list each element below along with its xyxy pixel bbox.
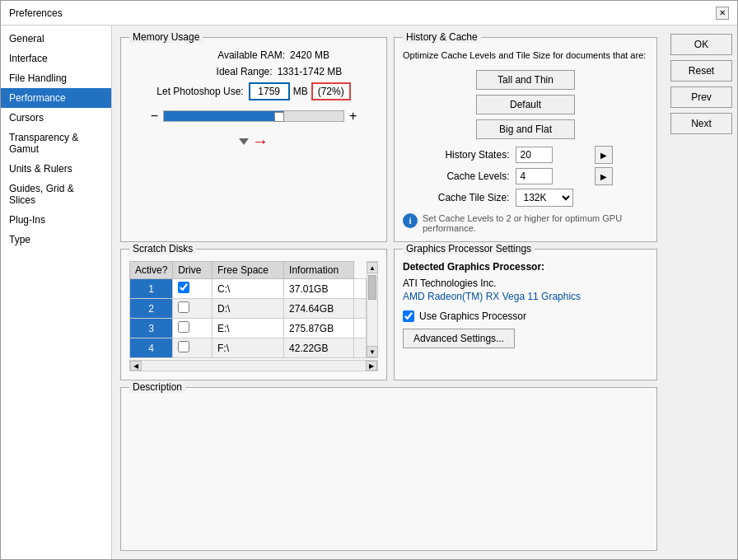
scratch-hscrollbar[interactable]: ◀ ▶	[129, 360, 378, 371]
info-2	[353, 299, 366, 319]
slider-triangle	[239, 138, 249, 145]
gpu-manufacturer: ATI Technologies Inc.	[403, 278, 648, 289]
col-header-drive: Drive	[173, 262, 213, 279]
info-3	[353, 319, 366, 338]
active-checkbox-1[interactable]	[178, 282, 189, 293]
percent-display: (72%)	[311, 82, 351, 100]
scroll-thumb[interactable]	[368, 275, 376, 300]
sidebar-item-interface[interactable]: Interface	[1, 49, 111, 68]
sidebar-item-units-rulers[interactable]: Units & Rulers	[1, 159, 111, 179]
drive-2: D:\	[212, 299, 283, 319]
description-panel: Description	[120, 387, 657, 551]
sidebar-item-plug-ins[interactable]: Plug-Ins	[1, 210, 111, 230]
cache-levels-label: Cache Levels:	[403, 170, 509, 182]
action-buttons: OK Reset Prev Next	[666, 26, 737, 559]
close-button[interactable]: ✕	[716, 7, 729, 20]
active-checkbox-2[interactable]	[178, 301, 189, 313]
let-use-row: Let Photoshop Use: MB (72%)	[129, 82, 378, 100]
use-gpu-label: Use Graphics Processor	[419, 310, 526, 322]
reset-button[interactable]: Reset	[670, 60, 732, 82]
default-button[interactable]: Default	[476, 95, 575, 114]
sidebar-item-file-handling[interactable]: File Handling	[1, 68, 111, 88]
drive-3: E:\	[212, 319, 283, 338]
memory-panel: Memory Usage Available RAM: 2420 MB Idea…	[120, 37, 387, 242]
free-space-2: 274.64GB	[284, 299, 354, 319]
big-flat-button[interactable]: Big and Flat	[476, 119, 575, 139]
active-check-4[interactable]	[173, 338, 213, 358]
history-states-dropdown[interactable]: ▶	[595, 146, 613, 164]
window-title: Preferences	[9, 7, 63, 19]
cache-tile-select[interactable]: 128K 132K 256K 512K 1024K	[516, 189, 573, 207]
active-checkbox-3[interactable]	[178, 321, 189, 333]
table-row: 1 C:\ 37.01GB	[130, 279, 367, 299]
free-space-1: 37.01GB	[284, 279, 354, 299]
scroll-up-arrow[interactable]: ▲	[367, 262, 378, 273]
sidebar-item-general[interactable]: General	[1, 29, 111, 49]
scroll-down-arrow[interactable]: ▼	[367, 346, 378, 357]
prev-button[interactable]: Prev	[670, 86, 732, 108]
use-gpu-checkbox[interactable]	[403, 310, 414, 322]
active-checkbox-4[interactable]	[178, 341, 189, 352]
detected-label: Detected Graphics Processor:	[403, 261, 648, 273]
scratch-table-container: Active? Drive Free Space Information 1	[129, 261, 378, 358]
history-states-input[interactable]	[516, 147, 553, 163]
arrow-right-icon: →	[252, 132, 269, 151]
preferences-window: Preferences ✕ General Interface File Han…	[0, 0, 738, 560]
tall-thin-button[interactable]: Tall and Thin	[476, 70, 575, 90]
plus-icon[interactable]: +	[349, 109, 357, 124]
top-panels-row: Memory Usage Available RAM: 2420 MB Idea…	[120, 37, 657, 242]
gpu-panel-title: Graphics Processor Settings	[403, 243, 535, 254]
info-4	[353, 338, 366, 358]
sidebar-item-guides-grid-slices[interactable]: Guides, Grid & Slices	[1, 179, 111, 210]
active-check-1[interactable]	[173, 279, 213, 299]
scratch-panel-title: Scratch Disks	[129, 243, 196, 254]
hscroll-left[interactable]: ◀	[130, 361, 142, 371]
memory-panel-title: Memory Usage	[129, 31, 203, 43]
available-ram-label: Available RAM:	[178, 49, 285, 61]
memory-slider-track[interactable]	[163, 110, 344, 122]
let-use-label: Let Photoshop Use:	[156, 86, 243, 97]
let-use-input[interactable]	[249, 82, 290, 100]
ideal-range-value: 1331-1742 MB	[278, 66, 343, 77]
sidebar-item-transparency-gamut[interactable]: Transparency & Gamut	[1, 128, 111, 159]
col-header-free-space: Free Space	[212, 262, 283, 279]
col-header-active: Active?	[130, 262, 173, 279]
sidebar-item-type[interactable]: Type	[1, 230, 111, 250]
bottom-panels-row: Scratch Disks Active? Drive Free Space I…	[120, 249, 657, 380]
info-1	[353, 279, 366, 299]
use-gpu-row: Use Graphics Processor	[403, 310, 648, 322]
cache-levels-input[interactable]	[516, 168, 553, 184]
sidebar: General Interface File Handling Performa…	[1, 26, 112, 559]
row-num-4: 4	[130, 338, 173, 358]
slider-fill	[164, 111, 284, 121]
active-check-3[interactable]	[173, 319, 213, 338]
hscroll-right[interactable]: ▶	[366, 361, 377, 371]
col-header-info: Information	[284, 262, 354, 279]
available-ram-value: 2420 MB	[290, 49, 329, 61]
history-cache-panel: History & Cache Optimize Cache Levels an…	[394, 37, 657, 242]
history-states-label: History States:	[403, 149, 509, 161]
sidebar-item-performance[interactable]: Performance	[1, 88, 111, 108]
scratch-scrollbar[interactable]: ▲ ▼	[367, 261, 378, 358]
minus-icon[interactable]: −	[151, 109, 158, 124]
row-num-1: 1	[130, 279, 173, 299]
gpu-note: i Set Cache Levels to 2 or higher for op…	[403, 213, 648, 233]
table-row: 2 D:\ 274.64GB	[130, 299, 367, 319]
slider-thumb[interactable]	[274, 112, 284, 122]
advanced-settings-button[interactable]: Advanced Settings...	[403, 329, 515, 348]
active-check-2[interactable]	[173, 299, 213, 319]
scratch-disks-panel: Scratch Disks Active? Drive Free Space I…	[120, 249, 387, 380]
cache-tile-label: Cache Tile Size:	[403, 192, 509, 203]
sidebar-item-cursors[interactable]: Cursors	[1, 108, 111, 128]
row-num-3: 3	[130, 319, 173, 338]
next-button[interactable]: Next	[670, 113, 732, 134]
description-panel-title: Description	[129, 381, 185, 393]
free-space-4: 42.22GB	[284, 338, 354, 358]
scratch-table: Active? Drive Free Space Information 1	[129, 261, 367, 358]
cache-levels-dropdown[interactable]: ▶	[595, 167, 613, 185]
gpu-note-text: Set Cache Levels to 2 or higher for opti…	[423, 213, 648, 233]
gpu-model: AMD Radeon(TM) RX Vega 11 Graphics	[403, 291, 648, 302]
history-cache-grid: History States: ▶ Cache Levels: ▶ Cache …	[403, 146, 648, 207]
ok-button[interactable]: OK	[670, 34, 732, 55]
available-ram-row: Available RAM: 2420 MB	[129, 49, 378, 61]
